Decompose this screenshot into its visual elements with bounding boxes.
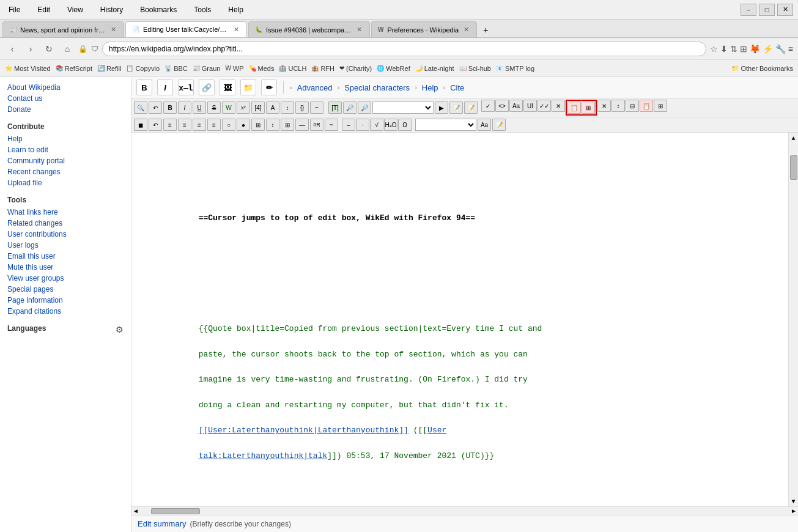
sidebar-user-contributions[interactable]: User contributions <box>7 229 124 240</box>
sidebar-help[interactable]: Help <box>7 133 124 144</box>
languages-gear-icon[interactable]: ⚙ <box>116 325 124 334</box>
horizontal-scrollbar[interactable]: ◄ ► <box>131 506 798 515</box>
wiked-r1[interactable]: ✓ <box>481 100 495 112</box>
bm-bbc[interactable]: 📡 BBC <box>164 65 188 72</box>
menu-edit[interactable]: Edit <box>34 3 54 17</box>
wiked-find[interactable]: 🔍 <box>134 102 147 114</box>
maximize-button[interactable]: □ <box>759 4 775 16</box>
wiked2-5[interactable]: ≡ <box>193 119 206 131</box>
bm-other[interactable]: 📁 Other Bookmarks <box>731 65 793 72</box>
menu-bookmarks[interactable]: Bookmarks <box>136 3 180 17</box>
wiked-ref[interactable]: [4] <box>251 102 265 114</box>
wiked2-r4[interactable]: H₂O <box>384 119 397 131</box>
wiked2-search-go[interactable]: Aa <box>478 119 491 131</box>
close-button[interactable]: ✕ <box>777 4 793 16</box>
wiked-sup[interactable]: x² <box>237 102 250 114</box>
wiked2-r3[interactable]: √ <box>370 119 383 131</box>
advanced-link[interactable]: Advanced <box>297 83 333 92</box>
ext-icon2[interactable]: ⚡ <box>763 44 773 54</box>
tab-preferences[interactable]: W Preferences - Wikipedia ✕ <box>371 21 477 37</box>
scroll-right-btn[interactable]: ► <box>791 508 797 514</box>
wiked-italic[interactable]: I <box>178 102 191 114</box>
wiked-underline[interactable]: U <box>193 102 206 114</box>
wiked-r4[interactable]: UI <box>523 100 537 112</box>
help-link[interactable]: Help <box>422 83 438 92</box>
wiked-r3[interactable]: Aa <box>509 100 523 112</box>
wiked2-9[interactable]: ⊞ <box>251 119 265 131</box>
sync-icon[interactable]: ⇅ <box>730 44 737 54</box>
wiked-search-btn1[interactable]: 🔎 <box>343 102 357 114</box>
bm-wp[interactable]: W WP <box>225 65 243 72</box>
editor-content[interactable]: ==Cursor jumps to top of edit box, WikEd… <box>131 133 798 506</box>
ext-icon1[interactable]: 🦊 <box>750 44 760 54</box>
wiked2-8[interactable]: ● <box>237 119 250 131</box>
tab-news[interactable]: 📰 News, sport and opinion from... ✕ <box>2 21 124 37</box>
tab-editing[interactable]: 📄 Editing User talk:Cacycle/wikEd ✕ <box>125 21 247 37</box>
bold-button[interactable]: B <box>136 79 152 95</box>
scroll-down-btn[interactable]: ▼ <box>791 497 795 506</box>
special-characters-link[interactable]: Special characters <box>344 83 410 92</box>
menu-history[interactable]: History <box>97 3 127 17</box>
wiked-r10[interactable]: 📋 <box>640 100 653 112</box>
bm-refill[interactable]: 🔄 Refill <box>97 65 121 72</box>
wiked2-2[interactable]: ↶ <box>149 119 162 131</box>
star-icon[interactable]: ☆ <box>710 44 718 54</box>
bm-charity[interactable]: ❤ (Charity) <box>339 65 372 72</box>
wiked-red1[interactable]: 📋 <box>567 102 581 114</box>
wiked2-3[interactable]: ≡ <box>163 119 177 131</box>
italic-button[interactable]: I <box>157 79 173 95</box>
wiked2-11[interactable]: ⊞ <box>281 119 294 131</box>
bm-smtp[interactable]: 📧 SMTP log <box>496 65 534 72</box>
image-button[interactable]: 🖼 <box>220 79 235 95</box>
pencil-button[interactable]: ✏ <box>261 79 277 95</box>
back-button[interactable]: ‹ <box>5 42 20 56</box>
bm-scihub[interactable]: 📖 Sci-hub <box>459 65 491 72</box>
menu-help[interactable]: Help <box>224 3 247 17</box>
sidebar-upload-file[interactable]: Upload file <box>7 177 124 188</box>
sidebar-user-logs[interactable]: User logs <box>7 240 124 251</box>
wiked-bold[interactable]: B <box>163 102 177 114</box>
refresh-button[interactable]: ↻ <box>42 42 56 56</box>
wiked2-14[interactable]: ~ <box>325 119 338 131</box>
sidebar-learn-to-edit[interactable]: Learn to edit <box>7 144 124 155</box>
wiked-markup2[interactable]: 📝 <box>464 102 478 114</box>
bm-most-visited[interactable]: ⭐ Most Visited <box>5 65 51 72</box>
vertical-scrollbar[interactable]: ▲ ▼ <box>788 133 798 506</box>
bm-meds[interactable]: 💊 Meds <box>249 65 275 72</box>
menu-view[interactable]: View <box>64 3 87 17</box>
sidebar-view-user-groups[interactable]: View user groups <box>7 273 124 284</box>
sidebar-mute-user[interactable]: Mute this user <box>7 262 124 273</box>
wiked-select2[interactable] <box>415 119 476 131</box>
sidebar-about[interactable]: About Wikipedia <box>7 82 124 93</box>
edit-summary-link[interactable]: Edit summary <box>138 519 186 528</box>
wiked2-1[interactable]: ◼ <box>134 119 147 131</box>
bm-copyvio[interactable]: 📋 Copyvio <box>126 65 160 72</box>
wiked-r5[interactable]: ✓✓ <box>538 100 551 112</box>
wiked-scroll[interactable]: ↕ <box>281 102 294 114</box>
sidebar-donate[interactable]: Donate <box>7 104 124 115</box>
wiked2-6[interactable]: ≡ <box>207 119 221 131</box>
sidebar-page-information[interactable]: Page information <box>7 295 124 306</box>
wiked2-10[interactable]: ↕ <box>266 119 279 131</box>
wiked-red2[interactable]: ⊞ <box>582 102 595 114</box>
address-input[interactable] <box>102 42 706 56</box>
ext-icon3[interactable]: 🔧 <box>775 44 786 54</box>
scroll-thumb[interactable] <box>790 155 797 180</box>
sidebar-email-user[interactable]: Email this user <box>7 251 124 262</box>
forward-button[interactable]: › <box>23 42 38 56</box>
sidebar-recent-changes[interactable]: Recent changes <box>7 166 124 177</box>
minimize-button[interactable]: − <box>741 4 756 16</box>
wiked-text-toggle[interactable]: [T] <box>328 102 342 114</box>
wiked2-hr[interactable]: — <box>295 119 309 131</box>
wiked2-r1[interactable]: – <box>342 119 355 131</box>
strikethrough-button[interactable]: x̶l <box>178 79 194 95</box>
wiked2-r5[interactable]: Ω <box>398 119 412 131</box>
cite-link[interactable]: Cite <box>450 83 464 92</box>
wiked2-13[interactable]: #R <box>310 119 323 131</box>
sidebar-what-links-here[interactable]: What links here <box>7 207 124 218</box>
menu-file[interactable]: File <box>5 3 24 17</box>
menu-tools[interactable]: Tools <box>190 3 215 17</box>
wiked-big[interactable]: A <box>266 102 279 114</box>
scroll-up-btn[interactable]: ▲ <box>791 134 795 143</box>
wiked-r9[interactable]: ⊟ <box>626 100 639 112</box>
